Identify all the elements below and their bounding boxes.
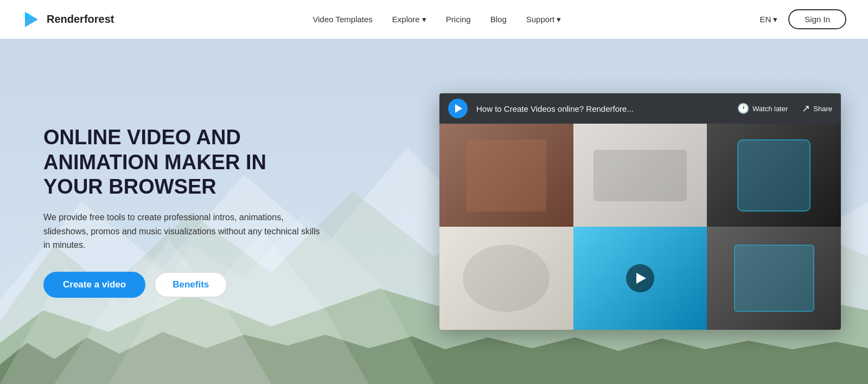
hero-title: ONLINE VIDEO AND ANIMATION MAKER IN YOUR… (43, 125, 326, 200)
svg-marker-6 (0, 332, 868, 384)
nav-item-video-templates[interactable]: Video Templates (312, 15, 372, 24)
nav-right: EN ▾ Sign In (760, 9, 846, 29)
hero-buttons: Create a video Benefits (43, 272, 326, 298)
language-selector[interactable]: EN ▾ (760, 15, 777, 24)
hero-section: ONLINE VIDEO AND ANIMATION MAKER IN YOUR… (0, 39, 868, 384)
nav-link-pricing[interactable]: Pricing (446, 15, 471, 24)
video-play-button[interactable] (448, 99, 468, 118)
nav-links: Video Templates Explore ▾ Pricing Blog S… (312, 15, 561, 24)
hero-content: ONLINE VIDEO AND ANIMATION MAKER IN YOUR… (0, 125, 369, 298)
logo[interactable]: Renderforest (22, 10, 114, 29)
signin-button[interactable]: Sign In (788, 9, 846, 29)
nav-item-support[interactable]: Support ▾ (526, 15, 561, 24)
play-icon-5[interactable] (626, 264, 654, 292)
chevron-down-icon: ▾ (773, 15, 777, 24)
logo-text: Renderforest (47, 13, 114, 25)
thumbnail-1[interactable] (439, 124, 573, 227)
thumbnail-5[interactable] (573, 227, 707, 330)
nav-item-explore[interactable]: Explore ▾ (392, 15, 426, 24)
nav-link-explore[interactable]: Explore ▾ (392, 15, 426, 24)
nav-link-blog[interactable]: Blog (490, 15, 507, 24)
watch-later-button[interactable]: 🕐 Watch later (737, 103, 788, 114)
nav-item-blog[interactable]: Blog (490, 15, 507, 24)
nav-item-pricing[interactable]: Pricing (446, 15, 471, 24)
nav-link-support[interactable]: Support ▾ (526, 15, 561, 24)
thumbnail-2[interactable] (573, 124, 707, 227)
benefits-button[interactable]: Benefits (154, 272, 227, 298)
share-icon: ↗ (802, 103, 810, 114)
thumbnail-4[interactable] (439, 227, 573, 330)
video-title: How to Create Videos online? Renderfore.… (476, 104, 729, 113)
video-top-bar: How to Create Videos online? Renderfore.… (439, 93, 841, 124)
share-button[interactable]: ↗ Share (802, 103, 832, 114)
renderforest-logo-icon (22, 10, 41, 29)
chevron-down-icon: ▾ (557, 15, 561, 24)
nav-link-video-templates[interactable]: Video Templates (312, 15, 372, 24)
navbar: Renderforest Video Templates Explore ▾ P… (0, 0, 868, 39)
video-grid: How to Create Videos online? Renderfore.… (439, 93, 841, 330)
hero-description: We provide free tools to create professi… (43, 210, 326, 252)
clock-icon: 🕐 (737, 103, 749, 114)
chevron-down-icon: ▾ (422, 15, 426, 24)
video-thumbnails (439, 124, 841, 330)
thumbnail-3[interactable] (707, 124, 841, 227)
thumbnail-6[interactable] (707, 227, 841, 330)
create-video-button[interactable]: Create a video (43, 272, 145, 298)
